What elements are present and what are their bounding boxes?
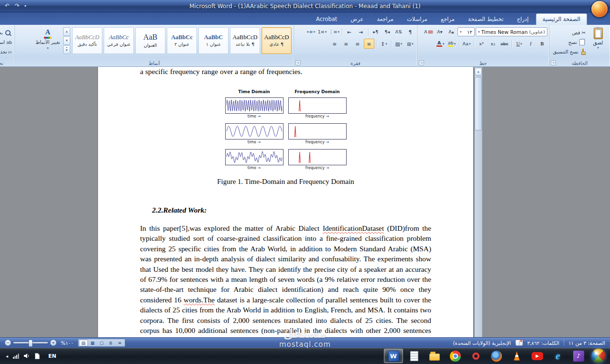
tab-page-layout[interactable]: تخطيط الصفحة [462,14,510,25]
style-card-title[interactable]: AaBالعنوان [135,27,165,54]
zoom-in-button[interactable]: + [50,340,56,346]
align-right-button[interactable]: ≡ [352,39,363,49]
tab-insert[interactable]: إدراج [511,14,535,25]
fullscreen-view-button[interactable]: ▦ [88,340,97,346]
decrease-indent-button[interactable]: ⇤ [344,27,355,37]
tab-mailings[interactable]: مراسلات [401,14,434,25]
document-tray-icon[interactable] [35,353,40,359]
taskbar-app-firefox[interactable] [487,349,506,363]
ltr-text-direction-button[interactable]: ▸¶ [370,27,381,37]
multilevel-list-button[interactable]: ⋮≡▾ [328,27,340,37]
format-painter-button[interactable]: نسخ التنسيق [551,47,587,56]
numbering-button[interactable]: 1≡▾ [317,27,327,37]
scrollbar-thumb[interactable] [475,77,482,130]
superscript-button[interactable]: x² [476,39,487,49]
change-case-button[interactable]: Aa▾ [461,39,472,49]
style-card-heading2[interactable]: AaBbCcعنوان ٢ [167,27,197,54]
shrink-font-button[interactable]: A▾ [435,27,445,37]
style-card-subtle-emphasis[interactable]: AaBbCcDتأكيد دقيق [72,27,102,54]
increase-indent-button[interactable]: ⇥ [356,27,366,37]
align-left-button[interactable]: ≡ [329,39,340,49]
styles-group: AaBbCcD¶ عاديAaBbCcD¶ بلا تباعدAaBbCعنوا… [14,25,294,66]
undo-button[interactable]: ↶ [3,1,11,10]
start-button[interactable] [591,349,606,363]
subscript-button[interactable]: x₂ [488,39,498,49]
redo-button[interactable]: ↷ [13,1,22,10]
style-card-subtitle[interactable]: AaBbCcعنوان فرعي [104,27,134,54]
text-highlight-button[interactable]: ab ▾ [447,39,457,49]
tab-home[interactable]: الصفحة الرئيسية [536,13,587,25]
change-styles-button[interactable]: A تغيير الأنماط ▾ [34,27,62,54]
paste-button[interactable]: لصق ▾ [588,27,609,56]
shading-button[interactable]: ▨▾ [393,39,404,49]
office-button[interactable] [591,1,608,17]
taskbar-app-opera[interactable] [466,349,485,363]
sort-button[interactable]: A⇅ [393,27,404,37]
styles-scroll-down-button[interactable]: ▾ [63,36,70,45]
grow-font-button[interactable]: A▴ [446,27,457,37]
tab-references[interactable]: مراجع [435,14,461,25]
align-center-button[interactable]: ≡ [341,39,351,49]
draft-view-button[interactable]: ≡ [115,340,124,346]
replace-button[interactable]: ab استبدال [0,38,13,46]
qat-customize-button[interactable]: ▾ [23,1,28,10]
language-button[interactable]: EN [44,352,60,361]
select-button[interactable]: ▻ تحديد [0,47,13,56]
language-indicator[interactable]: الإنجليزية (الولايات المتحدة) [453,340,511,346]
taskbar-app-folder[interactable] [425,349,444,363]
editing-group: بحث ab استبدال ▻ تحديد تحرير [0,25,14,66]
taskbar-app-vlc[interactable] [507,349,526,363]
font-color-button[interactable]: A ▾ [435,39,446,49]
tab-acrobat[interactable]: Acrobat [310,14,343,25]
taskbar-app-media-player[interactable]: ♪ [569,349,588,363]
tab-view[interactable]: عرض [344,14,370,25]
volume-icon[interactable] [24,353,30,359]
print-layout-view-button[interactable]: ▤ [79,340,88,346]
proofing-icon[interactable] [515,340,523,346]
show-formatting-marks-button[interactable]: ¶ [405,27,415,37]
clipboard-dialog-launcher[interactable]: ↘ [551,60,556,65]
line-spacing-button[interactable]: ↕▾ [379,39,389,49]
style-card-no-spacing[interactable]: AaBbCcD¶ بلا تباعد [230,27,260,54]
taskbar-app-word[interactable]: W [384,349,403,363]
hidden-icons-chevron[interactable]: ◂ [6,353,8,359]
bullets-button[interactable]: •≡▾ [305,27,316,37]
document-page[interactable]: a specific frequency range over a range … [98,67,473,337]
styles-more-button[interactable]: ▾ [63,45,70,54]
style-card-normal[interactable]: AaBbCcD¶ عادي [261,27,292,54]
borders-button[interactable]: ⊞▾ [405,39,415,49]
bold-button[interactable]: B [537,39,547,49]
find-button[interactable]: بحث [0,28,13,37]
taskbar-app-chrome[interactable] [446,349,465,363]
vertical-scrollbar[interactable]: ▴ [474,67,482,337]
clear-formatting-button[interactable]: A [423,27,434,37]
taskbar-app-internet-explorer[interactable]: e [548,349,567,363]
web-layout-view-button[interactable]: ▢ [97,340,106,346]
align-justify-button[interactable]: ≡ [364,39,374,49]
outline-view-button[interactable]: ≣ [106,340,115,346]
strikethrough-button[interactable]: abc [499,39,510,49]
zoom-slider[interactable] [13,342,48,343]
word-count[interactable]: الكلمات: ٣,٨٦٢ [527,340,559,346]
font-size-select[interactable]: ١٢ ▾ [458,27,475,36]
tab-review[interactable]: مراجعة [370,14,400,25]
page-indicator[interactable]: الصفحة: ٣ من ١١ [568,340,605,346]
paragraph-dialog-launcher[interactable]: ↘ [295,60,301,65]
styles-scroll-up-button[interactable]: ▴ [63,27,70,36]
rtl-text-direction-button[interactable]: ¶◂ [382,27,392,37]
zoom-out-button[interactable]: − [5,340,11,346]
style-card-heading1[interactable]: AaBbCعنوان ١ [198,27,229,54]
scroll-up-button[interactable]: ▴ [475,68,482,75]
font-name-select[interactable]: (عناوين) Times New Roman ▾ [476,27,547,36]
underline-button[interactable]: U▾ [514,39,524,49]
font-dialog-launcher[interactable]: ↘ [419,60,424,65]
italic-button[interactable]: I [525,39,536,49]
chevron-down-icon: ▾ [478,30,480,34]
network-icon[interactable] [13,353,19,359]
taskbar-app-notepad[interactable] [404,349,424,363]
zoom-level[interactable]: %١٠٠ [61,340,74,346]
copy-button[interactable]: نسخ [551,38,587,46]
cut-button[interactable]: ✂ قص [551,28,587,37]
taskbar-app-youtube[interactable]: ▶ [528,349,547,363]
zoom-slider-thumb[interactable] [29,340,33,347]
